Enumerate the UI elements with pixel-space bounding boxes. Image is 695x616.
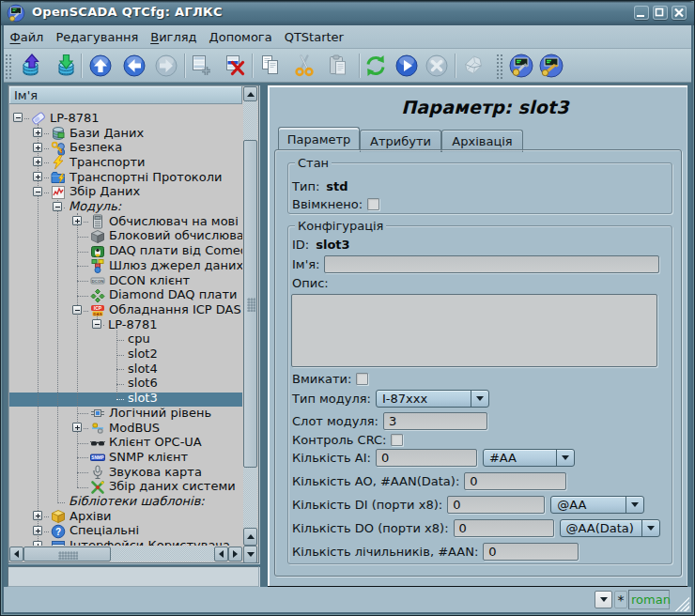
- go-forward-button[interactable]: [153, 53, 179, 79]
- input-name[interactable]: [324, 255, 659, 273]
- checkbox-enabled[interactable]: [367, 198, 379, 210]
- menu-qtstarter[interactable]: QTStarter: [278, 27, 349, 47]
- go-up-button[interactable]: [87, 53, 114, 79]
- tree-item[interactable]: slot4: [128, 362, 158, 376]
- tree-expander-plus[interactable]: [33, 172, 42, 181]
- tree-item[interactable]: Логічний рівень: [109, 406, 211, 420]
- menu-допомога[interactable]: Допомога: [203, 27, 278, 47]
- tree-item[interactable]: Транспортні Протоколи: [70, 170, 222, 184]
- scroll-left-button-2[interactable]: [214, 547, 228, 562]
- tree-expander-plus[interactable]: [33, 511, 42, 520]
- tree-expander-minus[interactable]: [53, 202, 62, 211]
- scroll-up-button[interactable]: [243, 86, 257, 101]
- user-dropdown-button[interactable]: [595, 591, 612, 608]
- qtstarter-vision-button[interactable]: [538, 53, 564, 79]
- refresh-button[interactable]: [363, 53, 389, 79]
- combo-arrow-icon[interactable]: [626, 497, 643, 513]
- tree-vscrollbar[interactable]: [243, 86, 257, 563]
- checkbox-crc[interactable]: [391, 434, 403, 446]
- minimize-button[interactable]: [634, 6, 649, 20]
- menu-редагування[interactable]: Редагування: [50, 27, 145, 47]
- tree-item[interactable]: Обчислювач на мові с: [109, 214, 242, 228]
- tree-expander-plus[interactable]: [72, 216, 82, 225]
- tree-item[interactable]: Обладнання ICP DAS: [109, 302, 241, 316]
- tree-expander-plus[interactable]: [33, 541, 42, 546]
- combo-dout[interactable]: @AA(Data): [560, 519, 660, 537]
- hscroll-trough[interactable]: [111, 547, 214, 562]
- scroll-up-button-2[interactable]: [243, 528, 257, 546]
- input-dout[interactable]: [454, 519, 554, 537]
- tree-item[interactable]: Модуль:: [69, 199, 121, 213]
- vscroll-trough-top[interactable]: [243, 101, 257, 140]
- tree-item[interactable]: Бази Даних: [70, 126, 144, 140]
- tree-header-name[interactable]: Ім'я: [9, 86, 242, 104]
- scroll-down-button[interactable]: [243, 546, 257, 563]
- tree-expander-minus[interactable]: [13, 113, 23, 122]
- tree-item[interactable]: SNMP клієнт: [109, 450, 188, 464]
- toolbar-handle[interactable]: [495, 53, 503, 79]
- tree-item[interactable]: Збір Даних: [70, 184, 140, 198]
- combo-modtype[interactable]: I-87xxx: [376, 390, 489, 408]
- tree-item[interactable]: LP-8781: [50, 111, 100, 125]
- close-button[interactable]: [672, 6, 687, 20]
- save-to-db-button[interactable]: [54, 53, 80, 79]
- textarea-descr[interactable]: [291, 294, 657, 367]
- tree-item[interactable]: LP-8781: [108, 317, 158, 331]
- combo-arrow-icon[interactable]: [471, 391, 488, 407]
- tree-expander-plus[interactable]: [33, 128, 42, 137]
- tree-expander-plus[interactable]: [33, 526, 42, 535]
- copy-item-button[interactable]: [257, 53, 284, 79]
- load-from-db-button[interactable]: [19, 53, 45, 79]
- tree-filter-input[interactable]: [8, 566, 259, 587]
- input-ai[interactable]: [376, 449, 477, 467]
- tree-hscrollbar[interactable]: [9, 547, 242, 562]
- input-modslot[interactable]: [383, 412, 487, 430]
- tree-item[interactable]: Шлюз джерел даних: [109, 258, 242, 272]
- tree-item[interactable]: Diamond DAQ плати: [109, 287, 237, 301]
- tree-item[interactable]: DCON клієнт: [109, 273, 190, 287]
- combo-ai[interactable]: #AA: [483, 449, 575, 467]
- add-item-button[interactable]: [189, 53, 215, 79]
- tree-item[interactable]: Блоковий обчислювач: [109, 228, 242, 242]
- input-cnt[interactable]: [483, 543, 579, 561]
- scroll-right-button[interactable]: [228, 547, 242, 562]
- input-di[interactable]: [447, 496, 545, 514]
- tree-item[interactable]: Бібліотеки шаблонів:: [69, 494, 205, 508]
- toolbar-handle[interactable]: [4, 53, 12, 79]
- start-periodic-update-button[interactable]: [394, 53, 420, 79]
- vscroll-slider[interactable]: [243, 140, 257, 468]
- tree-item[interactable]: Інтерфейси Користувача: [70, 538, 230, 546]
- user-field[interactable]: roman: [628, 590, 670, 609]
- tree-item[interactable]: slot6: [128, 376, 158, 390]
- scroll-left-button[interactable]: [9, 547, 23, 562]
- delete-item-button[interactable]: [222, 53, 248, 79]
- manual-button[interactable]: [460, 53, 486, 79]
- resize-grip[interactable]: [673, 595, 689, 611]
- tree-item[interactable]: slot2: [128, 346, 158, 361]
- tree-item[interactable]: ModBUS: [109, 421, 160, 435]
- tree-item[interactable]: Архіви: [70, 509, 112, 523]
- tree-expander-plus[interactable]: [72, 423, 82, 432]
- tree-item[interactable]: Збір даних системи: [109, 479, 236, 493]
- stop-periodic-update-button[interactable]: [424, 53, 450, 79]
- go-back-button[interactable]: [121, 53, 147, 79]
- paste-item-button[interactable]: [325, 53, 351, 79]
- tab-параметр[interactable]: Параметр: [278, 127, 360, 150]
- menu-вигляд[interactable]: Вигляд: [145, 27, 203, 47]
- combo-di[interactable]: @AA: [550, 496, 644, 514]
- tree-item[interactable]: cpu: [128, 331, 150, 346]
- tree-item[interactable]: Спеціальні: [70, 523, 139, 537]
- tree-item[interactable]: Безпека: [70, 140, 122, 154]
- checkbox-enable[interactable]: [356, 373, 368, 385]
- maximize-button[interactable]: [653, 6, 668, 20]
- hscroll-slider[interactable]: [23, 547, 111, 562]
- tree-item[interactable]: Звукова карта: [109, 465, 202, 479]
- cut-item-button[interactable]: [291, 53, 317, 79]
- menu-файл[interactable]: Файл: [4, 27, 50, 47]
- tree-expander-plus[interactable]: [33, 143, 42, 152]
- tree-expander-minus[interactable]: [33, 187, 42, 196]
- tree-item[interactable]: Клієнт OPC-UA: [109, 435, 202, 449]
- tree-item[interactable]: DAQ плати від Comedi: [109, 243, 242, 257]
- vscroll-trough-bottom[interactable]: [243, 468, 257, 528]
- input-ao[interactable]: [464, 472, 566, 490]
